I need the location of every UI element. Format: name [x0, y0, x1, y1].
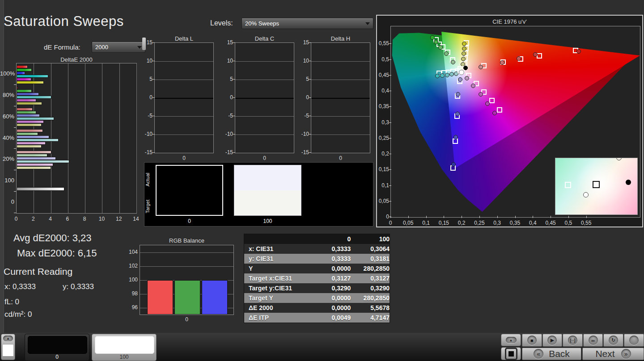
- inset-white-circle: [583, 192, 589, 197]
- rgb-y-tick: 100: [125, 277, 138, 283]
- deltae-x-tick: 2: [30, 216, 37, 222]
- table-cell-0: 0,3290: [315, 285, 351, 292]
- delta-y-tick: 10: [297, 58, 309, 64]
- cie-x-dash: [551, 216, 551, 218]
- deltae-bar-magenta: [17, 120, 44, 123]
- cie-y-dash: [389, 185, 391, 186]
- delta-y-dash: [309, 42, 311, 43]
- cie-x-tick: 0,25: [473, 220, 486, 226]
- cie-y-dash: [389, 91, 391, 91]
- delta-gridline: [235, 134, 294, 135]
- chevron-down-icon: [365, 22, 370, 25]
- swatch-level-label: 0: [156, 218, 223, 224]
- table-row-label: x: CIE31: [244, 245, 315, 252]
- delta-zero-line: [311, 98, 370, 99]
- pattern-tile-0[interactable]: 0: [25, 334, 89, 361]
- delta-y-tick: -5: [141, 113, 153, 119]
- stop-measure-button[interactable]: [501, 347, 521, 360]
- delta-y-dash: [309, 61, 311, 61]
- rgb-bar-blue: [202, 280, 228, 315]
- current-pattern-swatch[interactable]: [2, 344, 14, 357]
- cie-target-magenta-100%: [497, 107, 502, 113]
- delta-zero-line: [155, 98, 213, 99]
- deltae-bar-blue: [17, 92, 39, 96]
- deltae-group-label: 60%: [0, 113, 14, 120]
- transport-refresh-button[interactable]: ↻: [603, 334, 623, 347]
- deltae-bar-cyan: [17, 139, 59, 142]
- levels-value: 20% Sweeps: [242, 20, 365, 27]
- deltae-bar-yellow: [17, 166, 51, 169]
- transport-stop-button[interactable]: ■: [522, 334, 542, 347]
- pattern-tile-100[interactable]: 100: [92, 334, 157, 361]
- cie-y-dash: [389, 154, 391, 154]
- rgb-balance-title: RGB Balance: [140, 237, 234, 244]
- delta-y-dash: [309, 79, 311, 80]
- collapse-up-icon[interactable]: ▲: [506, 337, 517, 343]
- delta-gridline: [235, 80, 294, 80]
- deltae-bar-red: [17, 86, 18, 89]
- cie-measured-green-20%: [451, 60, 455, 64]
- table-cell-0: 0,0000: [315, 304, 351, 311]
- table-row-label: y: CIE31: [244, 255, 315, 262]
- delta-chart-delta-l: [154, 42, 214, 153]
- cie-x-dash: [479, 216, 480, 218]
- transport-play-button[interactable]: ▶: [542, 334, 563, 347]
- back-button[interactable]: « Back: [522, 348, 581, 360]
- pattern-tile-swatch: [28, 336, 87, 354]
- cie-y-tick: 0,1: [377, 182, 389, 189]
- transport-blank-button[interactable]: [624, 334, 644, 347]
- delta-y-tick: 5: [141, 76, 153, 82]
- deltae-x-tick: 6: [64, 216, 71, 222]
- deltae-group-label: 80%: [0, 92, 14, 98]
- deltae-x-tick: 8: [81, 216, 88, 222]
- table-row: ΔE 20000,00005,5678: [244, 303, 390, 313]
- cie-measured-yellow-60%: [462, 51, 466, 56]
- table-row: y: CIE310,33330,3181: [244, 254, 390, 264]
- deltae-gridline: [68, 63, 68, 213]
- table-cell-100: 280,2850: [351, 294, 390, 302]
- delta-y-tick: 5: [221, 76, 233, 82]
- delta-y-tick: -15: [297, 149, 309, 155]
- cie-measured-yellow-40%: [461, 57, 466, 61]
- deltae-y-tick: [14, 191, 16, 192]
- rgb-y-tick: 104: [125, 249, 138, 255]
- inset-black-dot: [626, 180, 631, 185]
- transport-drawer-handle[interactable]: ▲: [501, 334, 521, 346]
- delta-y-dash: [309, 134, 311, 134]
- transport-continuous-button[interactable]: ∞: [583, 334, 603, 347]
- cie-x-tick: 0,3: [491, 220, 504, 226]
- cie-x-tick: 0,4: [526, 220, 539, 226]
- table-cell-100: 5,5678: [351, 304, 390, 311]
- deltae-chart-title: DeltaE 2000: [16, 56, 137, 63]
- table-cell-100: 4,7147: [351, 314, 390, 321]
- delta-y-tick: -10: [297, 131, 309, 137]
- cie-y-dash: [389, 106, 391, 107]
- refresh-icon: ↻: [609, 336, 618, 345]
- delta-y-dash: [233, 61, 235, 61]
- delta-y-tick: 15: [297, 39, 309, 46]
- deltae-bar-red: [17, 151, 51, 154]
- delta-y-dash: [309, 97, 311, 98]
- swatch-actual-half: [157, 166, 222, 190]
- de-formula-dropdown[interactable]: 2000: [92, 42, 145, 53]
- levels-dropdown[interactable]: 20% Sweeps: [242, 18, 373, 29]
- cie-y-tick: 0,55: [377, 40, 389, 46]
- table-cell-100: 0,3181: [351, 255, 390, 262]
- table-row-label: ΔE 2000: [244, 304, 315, 311]
- cie-y-tick: 0,45: [377, 72, 389, 78]
- next-button[interactable]: Next »: [582, 348, 644, 360]
- cie-x-tick: 0,55: [580, 220, 593, 226]
- table-row-label: Target y:CIE31: [244, 285, 315, 292]
- transport-pattern-window-button[interactable]: [··]: [563, 334, 583, 347]
- pattern-drawer-handle[interactable]: ▲: [1, 334, 15, 360]
- cie-measured-magenta-40%: [471, 84, 475, 88]
- collapse-up-icon[interactable]: ▲: [3, 336, 13, 341]
- delta-y-dash: [309, 116, 311, 116]
- table-row-label: ΔE ITP: [244, 314, 315, 321]
- delta-zero-line: [235, 98, 294, 99]
- swatch-target-half: [234, 190, 301, 215]
- cie-y-tick: 0: [377, 214, 389, 220]
- cie-y-dash: [389, 75, 391, 76]
- table-row: ΔE ITP0,00494,7147: [244, 313, 390, 323]
- delta-y-tick: -15: [221, 149, 233, 155]
